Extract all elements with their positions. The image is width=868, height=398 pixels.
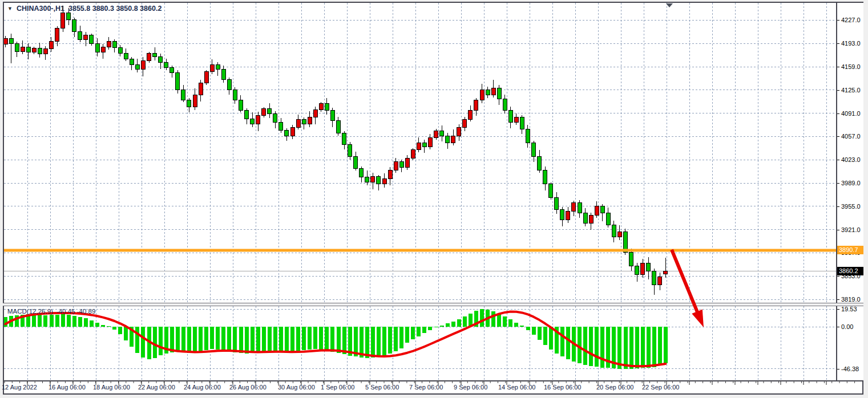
candle-body	[411, 149, 415, 159]
macd-bar	[330, 327, 334, 352]
macd-bar	[61, 314, 65, 327]
macd-bar	[124, 327, 128, 340]
candle-body	[549, 184, 553, 197]
price-axis-label: 3921.0	[841, 226, 861, 233]
axis-tick	[837, 160, 839, 160]
candle-body	[78, 32, 82, 39]
macd-bar	[446, 323, 450, 327]
price-axis-label: 3989.0	[841, 180, 861, 186]
candle-body	[589, 215, 593, 223]
candle-body	[251, 119, 255, 124]
macd-bar	[181, 327, 185, 352]
candle-body	[210, 64, 214, 71]
chart-title-ohlc: 3855.8 3880.3 3850.8 3860.2	[68, 5, 162, 13]
candle-body	[72, 19, 76, 32]
macd-bar	[514, 323, 518, 327]
axis-tick	[837, 327, 839, 327]
candle-body	[187, 100, 191, 107]
candle-body	[43, 49, 47, 54]
time-axis-label: 16 Sep 06:00	[544, 384, 581, 391]
candle-body	[101, 47, 105, 52]
axis-tick	[837, 299, 839, 300]
candle-body	[164, 63, 168, 67]
macd-bar	[480, 309, 484, 327]
macd-bar	[624, 327, 628, 369]
candle-body	[245, 111, 249, 119]
panel-splitter[interactable]	[3, 303, 863, 306]
macd-bar	[583, 327, 587, 365]
axis-tick	[837, 113, 839, 114]
macd-bar	[268, 327, 272, 351]
axis-tick	[837, 230, 839, 230]
candle-body	[606, 213, 610, 225]
candle-body	[176, 73, 180, 90]
time-axis-label: 26 Aug 06:00	[229, 384, 267, 391]
macd-bar	[399, 327, 403, 348]
macd-bar	[617, 327, 621, 369]
candle-body	[285, 131, 289, 136]
macd-bar	[296, 327, 300, 351]
candle-body	[141, 60, 145, 70]
time-axis-separator	[3, 380, 863, 381]
time-axis-label: 12 Aug 2022	[2, 384, 37, 391]
axis-tick	[837, 67, 839, 67]
candle-body	[290, 128, 294, 136]
candle-body	[239, 100, 243, 111]
candle-body	[67, 13, 71, 19]
candle-body	[566, 211, 570, 220]
candle-body	[474, 100, 478, 111]
macd-axis-label: 0.00	[841, 323, 853, 330]
candle-body	[635, 266, 639, 275]
price-axis[interactable]: 3890.7 3860.2 4227.04193.04159.04125.040…	[837, 3, 863, 380]
axis-tick	[837, 206, 839, 207]
price-axis-label: 4159.0	[841, 63, 861, 70]
macd-bar	[90, 320, 94, 327]
price-axis-label: 3955.0	[841, 203, 861, 210]
macd-bar	[107, 326, 111, 327]
macd-bar	[273, 327, 277, 351]
candle-body	[440, 131, 444, 136]
candle-body	[90, 35, 94, 43]
macd-axis-label: 19.53	[841, 306, 857, 312]
macd-bar	[641, 327, 645, 368]
axis-tick	[837, 276, 839, 277]
candlestick-chart[interactable]	[4, 3, 836, 303]
macd-bar	[371, 327, 375, 358]
time-axis-label: 20 Sep 06:00	[596, 384, 633, 391]
candle-body	[95, 43, 99, 52]
candle-body	[543, 170, 547, 184]
time-axis-label: 1 Sep 06:00	[321, 384, 354, 391]
macd-bar	[227, 327, 231, 352]
macd-indicator-chart[interactable]	[4, 306, 836, 380]
macd-bar	[216, 327, 220, 350]
candle-body	[181, 90, 185, 100]
axis-tick	[837, 309, 839, 310]
candle-body	[159, 56, 163, 63]
time-axis[interactable]: 12 Aug 202216 Aug 06:0018 Aug 06:0022 Au…	[4, 381, 862, 393]
macd-bar	[233, 327, 237, 352]
candle-body	[112, 42, 116, 48]
candle-body	[107, 42, 111, 47]
axis-tick	[837, 90, 839, 91]
axis-tick	[837, 369, 839, 369]
macd-bar	[176, 327, 180, 352]
macd-bar	[566, 327, 570, 359]
macd-bar	[600, 327, 604, 368]
candle-body	[647, 263, 651, 271]
candle-body	[508, 111, 512, 122]
symbol-dropdown-icon[interactable]: ▼	[7, 6, 13, 11]
macd-bar	[538, 327, 542, 340]
candle-body	[617, 232, 621, 237]
macd-bar	[256, 327, 260, 352]
macd-bar	[325, 327, 329, 350]
macd-bar	[457, 319, 461, 327]
macd-bar	[199, 327, 203, 351]
price-axis-separator	[836, 3, 837, 380]
macd-bar	[497, 314, 501, 327]
macd-bar	[4, 317, 7, 327]
candle-body	[664, 271, 668, 274]
candle-body	[451, 136, 455, 143]
candle-body	[463, 119, 467, 127]
macd-bar	[491, 311, 495, 327]
macd-bar	[434, 327, 438, 327]
